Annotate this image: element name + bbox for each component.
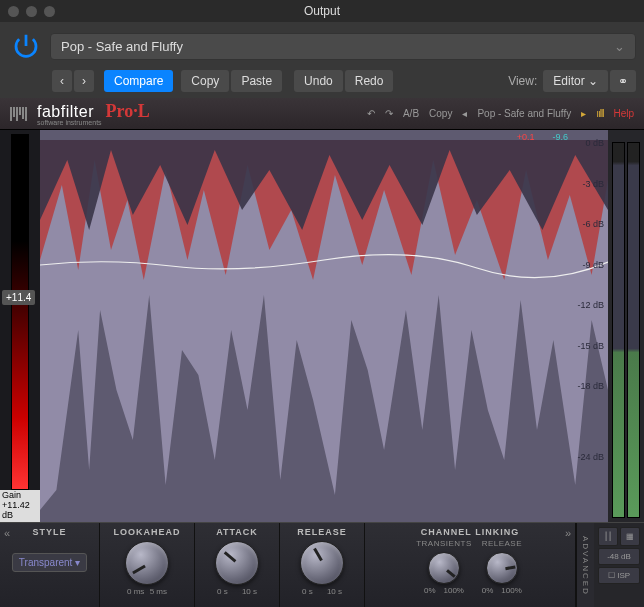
attack-header: ATTACK [216,527,258,537]
zoom-window-icon[interactable] [44,6,55,17]
fabfilter-logo-icon [10,107,27,121]
attack-knob[interactable] [215,541,259,585]
output-meter-right [627,142,640,518]
plugin-prev-preset-icon[interactable]: ◂ [462,108,467,119]
preset-selector[interactable]: Pop - Safe and Fluffy ⌄ [50,33,636,60]
window-titlebar: Output [0,0,644,22]
link-button[interactable]: ⚭ [610,70,636,92]
lookahead-header: LOOKAHEAD [114,527,181,537]
advanced-tab[interactable]: ADVANCED [576,523,594,607]
gain-readout-badge: +11.4 [2,290,35,305]
plugin-redo-icon[interactable]: ↷ [385,108,393,119]
db-scale: 0 dB -3 dB -6 dB -9 dB -12 dB -15 dB -18… [577,130,604,522]
prev-preset-button[interactable]: ‹ [52,70,72,92]
plugin-next-preset-icon[interactable]: ▸ [581,108,586,119]
controls-panel: « STYLE Transparent ▾ LOOKAHEAD 0 ms5 ms… [0,522,644,607]
lookahead-section: LOOKAHEAD 0 ms5 ms [100,523,195,607]
transients-label: TRANSIENTS [416,539,472,548]
help-button[interactable]: Help [613,108,634,119]
undo-button[interactable]: Undo [294,70,343,92]
attack-section: ATTACK 0 s10 s [195,523,280,607]
peak-readout: +0.1 -9.6 [517,132,568,142]
peak-positive: +0.1 [517,132,535,142]
linking-header: CHANNEL LINKING [421,527,519,537]
meter-mode-grid-icon[interactable]: ▦ [620,527,640,546]
plugin-copy-button[interactable]: Copy [429,108,452,119]
waveform-display[interactable]: +0.1 -9.6 0 dB -3 dB -6 dB -9 dB -12 dB … [40,130,608,522]
link-release-label: RELEASE [482,539,522,548]
power-button[interactable] [8,28,44,64]
traffic-lights [8,6,55,17]
release-knob[interactable] [300,541,344,585]
view-label: View: [508,74,537,88]
meter-mode-bars-icon[interactable]: ⎮⎮ [598,527,618,546]
output-meter-left [612,142,625,518]
paste-button[interactable]: Paste [231,70,282,92]
output-controls: ⎮⎮ ▦ -48 dB ☐ ISP [594,523,644,607]
release-header: RELEASE [297,527,347,537]
plugin-preset-name[interactable]: Pop - Safe and Fluffy [477,108,571,119]
style-header: STYLE [32,527,66,537]
output-meters [608,130,644,522]
gain-slider[interactable] [11,134,29,490]
brand-name: fabfilter [37,103,94,120]
chevron-down-icon: ⌄ [588,74,598,88]
host-toolbar-row2: ‹ › Compare Copy Paste Undo Redo View: E… [0,70,644,98]
transients-knob[interactable] [428,552,460,584]
waveform-svg [40,130,608,522]
meter-range-button[interactable]: -48 dB [598,548,640,565]
close-window-icon[interactable] [8,6,19,17]
product-name: Pro·L [106,101,150,122]
collapse-left-icon[interactable]: « [4,527,10,539]
style-selector[interactable]: Transparent ▾ [12,553,87,572]
expand-right-icon[interactable]: » [565,527,571,539]
style-section: « STYLE Transparent ▾ [0,523,100,607]
gain-label: Gain +11.42 dB [0,490,40,522]
window-title: Output [304,4,340,18]
meter-scale-icon[interactable]: ıılll [596,108,603,119]
compare-button[interactable]: Compare [104,70,173,92]
copy-button[interactable]: Copy [181,70,229,92]
channel-linking-section: » CHANNEL LINKING TRANSIENTS 0%100% RELE… [365,523,576,607]
brand-subtitle: software instruments [37,119,102,126]
minimize-window-icon[interactable] [26,6,37,17]
isp-button[interactable]: ☐ ISP [598,567,640,584]
next-preset-button[interactable]: › [74,70,94,92]
view-selector[interactable]: Editor ⌄ [543,70,608,92]
ab-toggle[interactable]: A/B [403,108,419,119]
host-toolbar: Pop - Safe and Fluffy ⌄ [0,22,644,70]
plugin-window: fabfilter software instruments Pro·L ↶ ↷… [0,98,644,607]
peak-negative: -9.6 [552,132,568,142]
link-release-knob[interactable] [486,552,518,584]
plugin-main: +11.4 Gain +11.42 dB +0.1 -9.6 0 dB -3 d… [0,130,644,522]
lookahead-knob[interactable] [125,541,169,585]
gain-column: +11.4 Gain +11.42 dB [0,130,40,522]
plugin-header: fabfilter software instruments Pro·L ↶ ↷… [0,98,644,130]
release-section: RELEASE 0 s10 s [280,523,365,607]
brand: fabfilter software instruments Pro·L [37,101,150,126]
plugin-undo-icon[interactable]: ↶ [367,108,375,119]
chevron-down-icon: ⌄ [614,39,625,54]
redo-button[interactable]: Redo [345,70,394,92]
preset-name: Pop - Safe and Fluffy [61,39,183,54]
